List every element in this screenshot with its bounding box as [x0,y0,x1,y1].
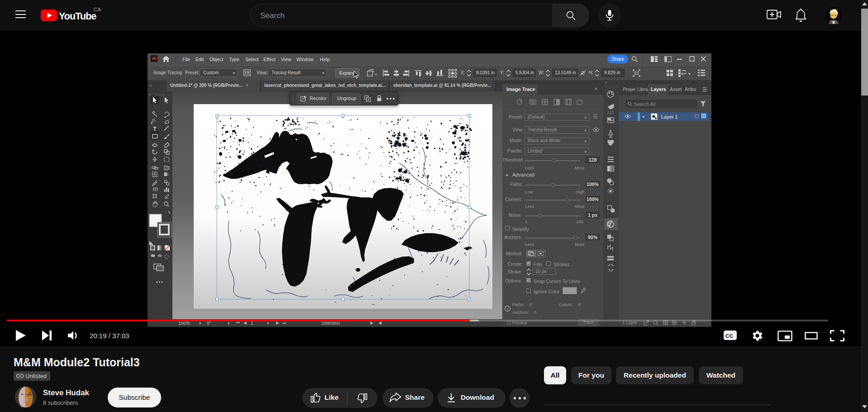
svg-text:CC: CC [725,333,734,339]
svg-text:T: T [153,125,157,132]
svg-text:i: i [507,307,508,311]
svg-text:YouTube: YouTube [59,11,96,22]
